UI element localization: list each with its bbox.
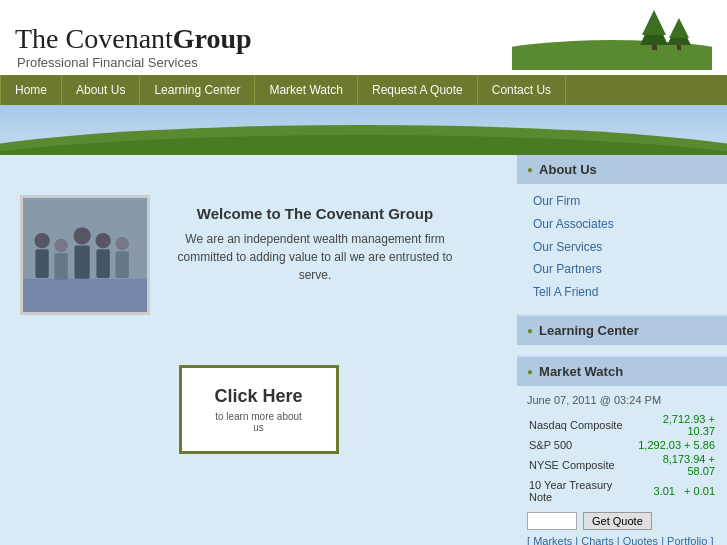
- cta-subtitle: to learn more about us: [212, 411, 306, 433]
- sidebar-our-services[interactable]: Our Services: [533, 236, 717, 259]
- nasdaq-label: Nasdaq Composite: [527, 412, 634, 438]
- sidebar-about-header: About Us: [517, 155, 727, 184]
- trees-illustration: [512, 10, 712, 70]
- left-content: Welcome to The Covenant Group We are an …: [0, 155, 517, 545]
- market-date: June 07, 2011 @ 03:24 PM: [527, 394, 717, 406]
- svg-point-15: [74, 227, 91, 244]
- nasdaq-value: 2,712.93 + 10.37: [634, 412, 717, 438]
- content-area: Welcome to The Covenant Group We are an …: [20, 195, 497, 315]
- svg-rect-12: [35, 249, 48, 278]
- main-nav: Home About Us Learning Center Market Wat…: [0, 75, 727, 105]
- svg-marker-3: [642, 10, 666, 35]
- treasury-value: 3.01 + 0.01: [634, 478, 717, 504]
- quote-input[interactable]: [527, 512, 577, 530]
- svg-rect-16: [75, 245, 90, 278]
- market-links: [ Markets | Charts | Quotes | Portfolio …: [527, 535, 717, 545]
- welcome-heading: Welcome to The Covenant Group: [170, 205, 460, 222]
- sidebar-our-firm[interactable]: Our Firm: [533, 190, 717, 213]
- sp500-value: 1,292.03 + 5.86: [634, 438, 717, 452]
- nyse-label: NYSE Composite: [527, 452, 634, 478]
- svg-rect-21: [23, 279, 147, 312]
- nav-home[interactable]: Home: [0, 75, 62, 105]
- sidebar-market-header: Market Watch: [517, 357, 727, 386]
- nyse-value: 8,173.94 + 58.07: [634, 452, 717, 478]
- svg-rect-18: [96, 249, 109, 278]
- get-quote-button[interactable]: Get Quote: [583, 512, 652, 530]
- sidebar-market: Market Watch June 07, 2011 @ 03:24 PM Na…: [517, 357, 727, 545]
- team-photo-svg: [23, 195, 147, 315]
- header: The CovenantGroup Professional Financial…: [0, 0, 727, 75]
- quotes-link[interactable]: Quotes: [623, 535, 658, 545]
- svg-rect-20: [116, 251, 129, 278]
- cta-button[interactable]: Click Here to learn more about us: [179, 365, 339, 454]
- sidebar-learning-header: Learning Center: [517, 316, 727, 345]
- cta-title: Click Here: [212, 386, 306, 407]
- sidebar-about: About Us Our Firm Our Associates Our Ser…: [517, 155, 727, 314]
- svg-marker-6: [669, 18, 689, 38]
- table-row: NYSE Composite 8,173.94 + 58.07: [527, 452, 717, 478]
- nav-about[interactable]: About Us: [62, 75, 140, 105]
- portfolio-link[interactable]: Portfolio: [667, 535, 707, 545]
- svg-point-11: [34, 233, 49, 248]
- hill-svg: [0, 105, 727, 155]
- hill-banner: [0, 105, 727, 155]
- svg-point-13: [54, 239, 67, 252]
- sp500-label: S&P 500: [527, 438, 634, 452]
- table-row: S&P 500 1,292.03 + 5.86: [527, 438, 717, 452]
- treasury-label: 10 Year Treasury Note: [527, 478, 634, 504]
- market-table: Nasdaq Composite 2,712.93 + 10.37 S&P 50…: [527, 412, 717, 504]
- sidebar-about-links: Our Firm Our Associates Our Services Our…: [517, 184, 727, 314]
- sidebar-our-partners[interactable]: Our Partners: [533, 258, 717, 281]
- svg-point-19: [116, 237, 129, 250]
- charts-link[interactable]: Charts: [581, 535, 613, 545]
- nav-quote[interactable]: Request A Quote: [358, 75, 478, 105]
- sidebar-tell-friend[interactable]: Tell A Friend: [533, 281, 717, 304]
- team-photo: [20, 195, 150, 315]
- logo-tagline: Professional Financial Services: [17, 55, 252, 70]
- table-row: 10 Year Treasury Note 3.01 + 0.01: [527, 478, 717, 504]
- header-trees: [252, 10, 712, 70]
- logo-title: The CovenantGroup: [15, 23, 252, 55]
- nav-learning[interactable]: Learning Center: [140, 75, 255, 105]
- svg-rect-14: [54, 253, 67, 280]
- nav-market[interactable]: Market Watch: [255, 75, 358, 105]
- logo: The CovenantGroup Professional Financial…: [15, 23, 252, 70]
- welcome-body: We are an independent wealth management …: [170, 230, 460, 284]
- main-layout: Welcome to The Covenant Group We are an …: [0, 155, 727, 545]
- quote-row: Get Quote: [527, 512, 717, 530]
- sidebar-learning: Learning Center: [517, 316, 727, 355]
- markets-link[interactable]: Markets: [533, 535, 572, 545]
- svg-point-17: [95, 233, 110, 248]
- welcome-text: Welcome to The Covenant Group We are an …: [170, 205, 460, 284]
- sidebar-our-associates[interactable]: Our Associates: [533, 213, 717, 236]
- market-watch-content: June 07, 2011 @ 03:24 PM Nasdaq Composit…: [517, 386, 727, 545]
- table-row: Nasdaq Composite 2,712.93 + 10.37: [527, 412, 717, 438]
- nav-contact[interactable]: Contact Us: [478, 75, 566, 105]
- right-sidebar: About Us Our Firm Our Associates Our Ser…: [517, 155, 727, 545]
